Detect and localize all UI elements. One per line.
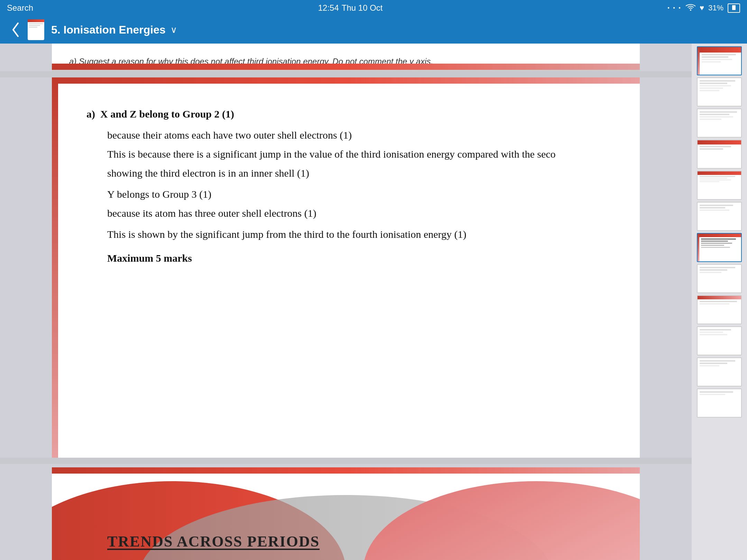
date-display: Thu 10 Oct [342,3,383,13]
answer-line-1: a) X and Z belong to Group 2 (1) [86,105,612,123]
slide-top-red-accent [52,64,640,70]
thumbnail-8[interactable] [697,264,742,293]
slide-bottom-red-top [52,467,640,474]
time-display: 12:54 [318,3,339,13]
slide-main-content: a) X and Z belong to Group 2 (1) because… [52,77,640,296]
thumbnail-10[interactable] [697,326,742,355]
slide-separator-bottom [0,458,692,464]
main-content: a) Suggest a reason for why this does no… [0,44,747,560]
thumbnail-7[interactable] [697,233,742,262]
answer-line-4: showing the third electron is in an inne… [86,164,612,182]
thumbnail-11[interactable] [697,357,742,386]
heart-icon: ♥ [700,3,704,12]
answer-line-5: Y belongs to Group 3 (1) [86,185,612,203]
slide-bottom-content: TRENDS ACROSS PERIODS [52,474,640,560]
slide-partial-top: a) Suggest a reason for why this does no… [52,44,640,71]
answer-line-3: This is because there is a significant j… [86,145,612,163]
answer-line-max-marks: Maximum 5 marks [86,249,612,267]
answer-section: a) X and Z belong to Group 2 (1) because… [86,105,612,267]
answer-line-7: This is shown by the significant jump fr… [86,225,612,243]
document-title: 5. Ionisation Energies [51,24,166,36]
battery-display: 31% [708,3,723,12]
thumbnail-12[interactable] [697,389,742,418]
document-thumbnail [28,19,44,40]
title-chevron-icon[interactable]: ∨ [170,25,177,35]
answer-line-2: because their atoms each have two outer … [86,126,612,144]
nav-title-area: 5. Ionisation Energies ∨ [51,24,177,36]
status-bar: Search 12:54 Thu 10 Oct • • • ♥ 31% [0,0,747,16]
slide-separator-top [0,71,692,77]
thumbnail-2[interactable] [697,77,742,106]
thumbnail-9[interactable] [697,295,742,324]
slide-bottom: TRENDS ACROSS PERIODS [52,467,640,560]
thumbnail-4[interactable] [697,140,742,169]
search-button[interactable]: Search [7,3,33,13]
trends-title: TRENDS ACROSS PERIODS [107,533,320,550]
svg-point-2 [363,481,640,560]
three-dots-icon: • • • [667,5,682,11]
thumbnail-3[interactable] [697,109,742,138]
nav-bar: 5. Ionisation Energies ∨ [0,16,747,44]
slide-red-left-accent [52,77,58,458]
status-bar-center: 12:54 Thu 10 Oct [318,3,383,13]
document-area: a) Suggest a reason for why this does no… [0,44,692,560]
slide-red-top-accent [52,77,640,84]
status-bar-left: Search [7,3,33,13]
back-button[interactable] [10,22,21,38]
battery-icon [728,3,740,13]
main-slide: a) X and Z belong to Group 2 (1) because… [52,77,640,458]
status-bar-right: • • • ♥ 31% [667,3,740,13]
wifi-icon [686,3,695,13]
answer-line-6: because its atom has three outer shell e… [86,204,612,222]
thumbnail-1[interactable] [697,46,742,75]
thumbnail-6[interactable] [697,202,742,231]
thumbnail-sidebar [692,44,747,560]
thumbnail-5[interactable] [697,171,742,200]
